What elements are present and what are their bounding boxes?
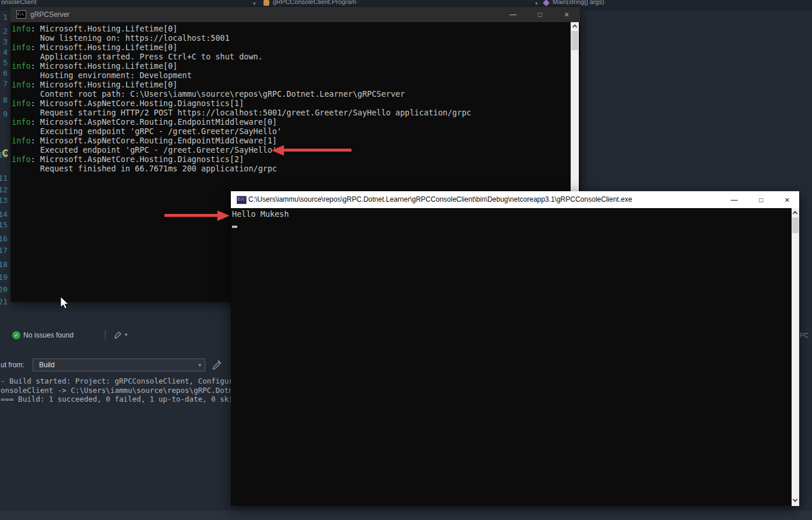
editor-line-number: 2 xyxy=(0,27,8,36)
editor-line-number: 17 xyxy=(0,246,8,255)
bookmark-icon xyxy=(2,149,9,157)
editor-line-number: 3 xyxy=(0,37,8,46)
scroll-down-icon[interactable] xyxy=(793,497,797,502)
editor-line-number: 20 xyxy=(0,285,8,294)
scroll-up-icon[interactable] xyxy=(572,24,577,29)
brush-icon[interactable] xyxy=(113,331,122,340)
client-console-window: C:\ C:\Users\iammu\source\repos\gRPC.Dot… xyxy=(231,191,799,506)
output-line: === Build: 1 succeeded, 0 failed, 1 up-t… xyxy=(1,395,251,404)
scrollbar-thumb[interactable] xyxy=(571,31,578,50)
editor-line-number: 1 xyxy=(0,13,8,22)
log-line: info: Microsoft.Hosting.Lifetime[0] xyxy=(12,24,471,33)
editor-line-number: 15 xyxy=(0,220,8,229)
class-icon xyxy=(263,0,269,6)
mouse-cursor-icon xyxy=(60,296,69,310)
log-line: info: Microsoft.AspNetCore.Routing.Endpo… xyxy=(12,117,471,127)
client-window-titlebar[interactable]: C:\ C:\Users\iammu\source\repos\gRPC.Dot… xyxy=(231,191,799,208)
client-output-text: Hello Mukesh xyxy=(232,209,289,219)
log-line: Request starting HTTP/2 POST https://loc… xyxy=(12,108,471,117)
log-line: info: Microsoft.AspNetCore.Hosting.Diagn… xyxy=(12,99,471,108)
editor-line-number: 7 xyxy=(0,79,8,88)
output-source-dropdown[interactable]: Build ▾ xyxy=(33,359,205,371)
editor-line-number: 5 xyxy=(0,58,8,67)
navbar-type-dropdown[interactable]: gRPCConsoleClient.Program xyxy=(273,0,356,5)
vs-desktop: { "navbar": { "project": "onsoleClient",… xyxy=(0,0,812,520)
log-line: Now listening on: https://localhost:5001 xyxy=(12,33,471,43)
close-button[interactable]: × xyxy=(774,192,800,208)
output-line: - Build started: Project: gRPCConsoleCli… xyxy=(1,377,251,386)
separator xyxy=(105,330,106,340)
close-button[interactable]: × xyxy=(553,7,580,22)
editor-line-number: 6 xyxy=(0,69,8,78)
maximize-button[interactable]: □ xyxy=(748,192,774,208)
issues-status-text: No issues found xyxy=(23,331,73,339)
annotation-arrow-shaft xyxy=(284,149,351,152)
editor-line-number: 4 xyxy=(0,48,8,57)
log-line: info: Microsoft.AspNetCore.Routing.Endpo… xyxy=(12,136,471,145)
log-line: Executing endpoint 'gRPC - /greet.Greete… xyxy=(12,127,471,136)
editor-line-number: 8 xyxy=(0,96,8,104)
console-icon: C:\ xyxy=(16,10,26,19)
check-circle-icon: ✓ xyxy=(12,331,20,339)
clipped-text-fragment: PC xyxy=(800,332,809,339)
editor-line-number: 21 xyxy=(0,297,8,306)
chevron-down-icon[interactable]: ▾ xyxy=(535,1,538,6)
log-line: Application started. Press Ctrl+C to shu… xyxy=(12,52,471,61)
annotation-arrow-right-icon xyxy=(217,210,230,221)
editor-gutter: 123456789101112131415161718192021 xyxy=(0,0,10,520)
editor-line-number: 12 xyxy=(0,185,8,194)
output-source-selected: Build xyxy=(39,359,55,371)
output-from-label: ut from: xyxy=(1,361,24,369)
log-line: info: Microsoft.Hosting.Lifetime[0] xyxy=(12,80,471,89)
server-window-titlebar[interactable]: C:\ gRPCServer — □ × xyxy=(10,7,580,22)
editor-line-number: 13 xyxy=(0,196,8,205)
annotation-arrow-shaft xyxy=(164,214,219,217)
clear-output-icon[interactable] xyxy=(211,359,223,370)
navbar-member-dropdown[interactable]: Main(string[] args) xyxy=(553,0,604,5)
client-console-output: Hello Mukesh xyxy=(231,208,799,506)
annotation-arrow-left-icon xyxy=(272,145,284,156)
issues-bar: ✓ No issues found ▾ xyxy=(0,328,231,343)
chevron-down-icon[interactable]: ▾ xyxy=(125,332,128,338)
minimize-button[interactable]: — xyxy=(721,192,747,208)
log-line: info: Microsoft.Hosting.Lifetime[0] xyxy=(12,61,471,71)
chevron-down-icon: ▾ xyxy=(198,362,201,368)
client-scrollbar[interactable] xyxy=(792,208,799,506)
status-strip xyxy=(0,511,812,520)
output-line: onsoleClient -> C:\Users\iammu\source\re… xyxy=(1,386,251,395)
chevron-down-icon[interactable]: ▾ xyxy=(253,1,256,6)
log-line: info: Microsoft.AspNetCore.Hosting.Diagn… xyxy=(12,154,471,164)
log-line: Hosting environment: Development xyxy=(12,71,471,80)
server-log: info: Microsoft.Hosting.Lifetime[0] Now … xyxy=(12,24,471,173)
log-line: Request finished in 66.7671ms 200 applic… xyxy=(12,164,471,173)
scrollbar-thumb[interactable] xyxy=(792,217,799,233)
editor-line-number: 16 xyxy=(0,234,8,243)
server-window-title: gRPCServer xyxy=(30,7,69,22)
editor-line-number: 11 xyxy=(0,174,8,182)
console-icon: C:\ xyxy=(237,196,247,204)
log-line: Executed endpoint 'gRPC - /greet.Greeter… xyxy=(12,145,471,154)
minimize-button[interactable]: — xyxy=(500,7,526,22)
log-line: Content root path: C:\Users\iammu\source… xyxy=(12,89,471,99)
log-line: info: Microsoft.Hosting.Lifetime[0] xyxy=(12,43,471,52)
method-icon xyxy=(543,0,550,6)
console-cursor xyxy=(232,226,237,228)
editor-line-number: 14 xyxy=(0,210,8,219)
output-lines: - Build started: Project: gRPCConsoleCli… xyxy=(1,377,251,404)
editor-line-number: 19 xyxy=(0,273,8,282)
editor-line-number: 9 xyxy=(0,110,8,118)
scroll-up-icon[interactable] xyxy=(793,211,797,216)
editor-line-number: 18 xyxy=(0,260,8,269)
maximize-button[interactable]: □ xyxy=(526,7,553,22)
client-window-title: C:\Users\iammu\source\repos\gRPC.Dotnet.… xyxy=(248,191,632,208)
